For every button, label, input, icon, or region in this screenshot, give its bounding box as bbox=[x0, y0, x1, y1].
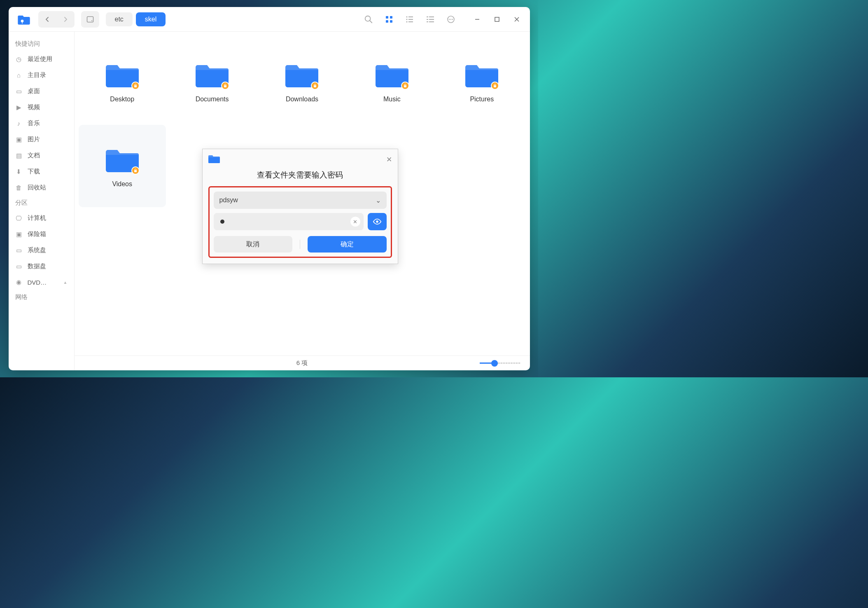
document-icon: ▤ bbox=[15, 152, 23, 159]
lock-icon bbox=[401, 82, 409, 90]
sidebar-label: 回收站 bbox=[28, 184, 46, 192]
search-button[interactable] bbox=[359, 10, 378, 28]
video-icon: ▶ bbox=[15, 104, 23, 111]
sidebar-item-dvd[interactable]: ◉DVD…▲ bbox=[9, 274, 74, 290]
password-mask-dot bbox=[220, 220, 224, 224]
user-select[interactable]: pdsyw ⌄ bbox=[214, 192, 387, 209]
dialog-form-highlight: pdsyw ⌄ ✕ 取消 确定 bbox=[208, 186, 392, 258]
svg-point-14 bbox=[406, 21, 407, 22]
computer-icon: 🖵 bbox=[15, 215, 23, 222]
sidebar-item-vault[interactable]: ▣保险箱 bbox=[9, 226, 74, 242]
more-options-button[interactable] bbox=[442, 10, 460, 28]
dialog-header: ✕ bbox=[203, 149, 398, 170]
svg-rect-19 bbox=[429, 19, 434, 20]
folder-music[interactable]: Music bbox=[348, 40, 436, 122]
sidebar-section-quick: 快捷访问 bbox=[9, 37, 74, 51]
view-grid-button[interactable] bbox=[380, 10, 398, 28]
svg-rect-32 bbox=[494, 85, 496, 87]
folder-documents[interactable]: Documents bbox=[168, 40, 256, 122]
user-select-value: pdsyw bbox=[219, 196, 238, 204]
folder-icon bbox=[376, 59, 408, 88]
sidebar-item-recent[interactable]: ◷最近使用 bbox=[9, 51, 74, 67]
svg-rect-8 bbox=[386, 20, 388, 23]
folder-pictures[interactable]: Pictures bbox=[438, 40, 525, 122]
lock-icon bbox=[131, 166, 140, 175]
sidebar-item-computer[interactable]: 🖵计算机 bbox=[9, 210, 74, 226]
dialog-close-button[interactable]: ✕ bbox=[386, 155, 392, 164]
file-label: Music bbox=[383, 96, 401, 103]
folder-downloads[interactable]: Downloads bbox=[258, 40, 345, 122]
svg-rect-11 bbox=[408, 16, 413, 17]
svg-rect-7 bbox=[390, 16, 392, 19]
folder-desktop[interactable]: Desktop bbox=[79, 40, 166, 122]
svg-point-34 bbox=[376, 220, 378, 223]
svg-rect-18 bbox=[427, 19, 428, 20]
view-detail-button[interactable] bbox=[421, 10, 439, 28]
statusbar: 6 项 bbox=[75, 355, 530, 370]
sidebar-label: 桌面 bbox=[28, 87, 40, 95]
svg-point-23 bbox=[448, 19, 449, 19]
sidebar-label: 下载 bbox=[28, 168, 40, 175]
crumb-label: skel bbox=[145, 16, 156, 23]
sidebar-item-data-disk[interactable]: ▭数据盘 bbox=[9, 258, 74, 274]
back-button[interactable] bbox=[38, 11, 56, 28]
divider bbox=[300, 240, 300, 249]
sidebar-item-home[interactable]: ⌂主目录 bbox=[9, 67, 74, 83]
file-label: Downloads bbox=[286, 96, 318, 103]
sidebar-label: DVD… bbox=[28, 279, 47, 286]
sidebar-label: 系统盘 bbox=[28, 246, 46, 254]
disk-icon: ▭ bbox=[15, 263, 23, 270]
file-label: Documents bbox=[196, 96, 229, 103]
minimize-button[interactable] bbox=[467, 10, 487, 28]
cancel-button[interactable]: 取消 bbox=[214, 236, 293, 253]
view-list-button[interactable] bbox=[401, 10, 419, 28]
folder-videos[interactable]: Videos bbox=[79, 125, 166, 207]
breadcrumb: etc skel bbox=[106, 12, 166, 26]
toggle-password-visibility-button[interactable] bbox=[368, 213, 387, 230]
svg-rect-6 bbox=[386, 16, 388, 19]
sidebar-label: 数据盘 bbox=[28, 262, 46, 270]
home-icon: ⌂ bbox=[15, 72, 23, 79]
ok-button[interactable]: 确定 bbox=[308, 236, 387, 253]
sidebar-item-videos[interactable]: ▶视频 bbox=[9, 99, 74, 115]
clear-password-button[interactable]: ✕ bbox=[350, 217, 360, 227]
breadcrumb-item-1[interactable]: skel bbox=[136, 12, 166, 26]
password-input[interactable]: ✕ bbox=[214, 213, 364, 230]
sidebar-item-documents[interactable]: ▤文档 bbox=[9, 147, 74, 164]
close-button[interactable] bbox=[507, 10, 527, 28]
folder-icon bbox=[465, 59, 498, 88]
file-label: Desktop bbox=[110, 96, 134, 103]
maximize-button[interactable] bbox=[487, 10, 507, 28]
sidebar-label: 主目录 bbox=[28, 71, 46, 79]
eject-icon[interactable]: ▲ bbox=[63, 280, 68, 285]
svg-rect-16 bbox=[427, 16, 428, 17]
disk-root-button[interactable] bbox=[81, 11, 99, 28]
svg-rect-29 bbox=[224, 85, 226, 87]
svg-line-5 bbox=[369, 20, 372, 23]
status-text: 6 项 bbox=[296, 359, 308, 367]
nav-history bbox=[38, 11, 75, 28]
sidebar-label: 最近使用 bbox=[28, 55, 52, 63]
sidebar-label: 音乐 bbox=[28, 119, 40, 127]
sidebar-item-pictures[interactable]: ▣图片 bbox=[9, 131, 74, 147]
svg-point-10 bbox=[406, 16, 407, 17]
folder-small-icon bbox=[208, 154, 220, 165]
zoom-slider[interactable] bbox=[480, 360, 521, 366]
sidebar-item-system-disk[interactable]: ▭系统盘 bbox=[9, 242, 74, 258]
folder-icon bbox=[285, 59, 318, 88]
svg-rect-17 bbox=[429, 16, 434, 17]
breadcrumb-item-0[interactable]: etc bbox=[106, 12, 133, 26]
disc-icon: ◉ bbox=[15, 278, 23, 286]
sidebar-item-trash[interactable]: 🗑回收站 bbox=[9, 180, 74, 196]
password-dialog: ✕ 查看文件夹需要输入密码 pdsyw ⌄ ✕ bbox=[202, 149, 398, 264]
sidebar-label: 保险箱 bbox=[28, 230, 46, 238]
lock-icon bbox=[131, 82, 140, 90]
sidebar-item-desktop[interactable]: ▭桌面 bbox=[9, 83, 74, 99]
sidebar-item-music[interactable]: ♪音乐 bbox=[9, 115, 74, 131]
sidebar-item-downloads[interactable]: ⬇下载 bbox=[9, 164, 74, 180]
svg-point-12 bbox=[406, 19, 407, 20]
music-icon: ♪ bbox=[15, 120, 23, 127]
sidebar-section-network: 网络 bbox=[9, 290, 74, 304]
sidebar-section-partition: 分区 bbox=[9, 196, 74, 210]
forward-button[interactable] bbox=[56, 11, 75, 28]
